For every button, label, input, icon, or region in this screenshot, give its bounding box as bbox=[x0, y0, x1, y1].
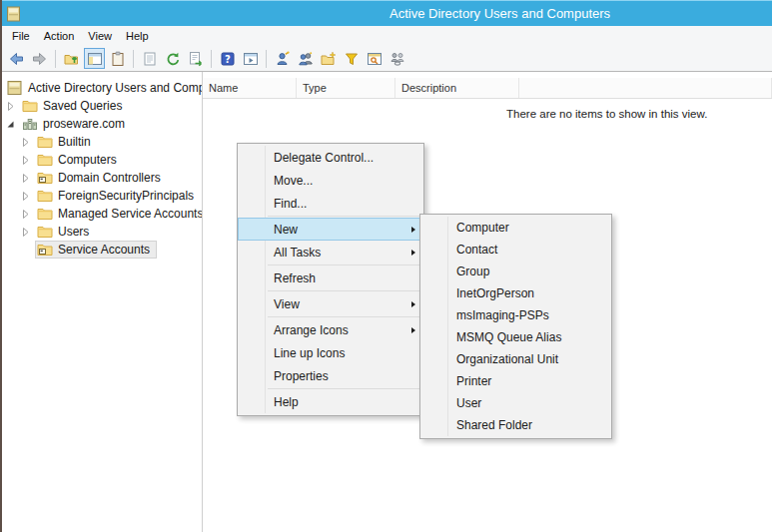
menu-separator bbox=[268, 216, 421, 217]
menu-item-move[interactable]: Move... bbox=[238, 169, 423, 192]
menu-item-view[interactable]: View bbox=[238, 292, 423, 315]
expand-arrow-collapsed-icon[interactable] bbox=[21, 210, 36, 219]
menubar-item-file[interactable]: File bbox=[5, 28, 37, 44]
new-submenu: ComputerContactGroupInetOrgPersonmsImagi… bbox=[419, 214, 612, 439]
submenu-item-shared-folder[interactable]: Shared Folder bbox=[420, 414, 611, 436]
submenu-item-computer[interactable]: Computer bbox=[420, 217, 611, 239]
submenu-item-user[interactable]: User bbox=[420, 392, 611, 414]
tree-item-label: Computers bbox=[58, 153, 119, 167]
tree-item-active-directory-users-and-computers[interactable]: Active Directory Users and Computers bbox=[0, 79, 202, 97]
show-window-icon[interactable] bbox=[240, 48, 261, 69]
up-one-level-icon[interactable] bbox=[61, 48, 82, 69]
submenu-item-contact[interactable]: Contact bbox=[420, 239, 611, 261]
menu-item-help[interactable]: Help bbox=[238, 390, 423, 413]
column-header-label: Type bbox=[303, 82, 327, 94]
tree-item-builtin[interactable]: Builtin bbox=[0, 133, 202, 151]
menu-item-label: Line up Icons bbox=[274, 346, 345, 360]
submenu-item-group[interactable]: Group bbox=[420, 261, 611, 282]
folder-icon bbox=[37, 189, 53, 203]
tree-item-label: proseware.com bbox=[43, 117, 127, 131]
column-header-description[interactable]: Description bbox=[395, 78, 519, 98]
tree-item-content: Users bbox=[36, 224, 95, 240]
expand-arrow-collapsed-icon[interactable] bbox=[6, 102, 21, 111]
menu-item-refresh[interactable]: Refresh bbox=[238, 266, 423, 289]
menu-item-all-tasks[interactable]: All Tasks bbox=[238, 241, 423, 264]
menu-item-label: Computer bbox=[456, 221, 509, 235]
tree-item-label: Service Accounts bbox=[58, 243, 152, 257]
tree-item-domain-controllers[interactable]: Domain Controllers bbox=[0, 169, 202, 187]
menu-item-label: MSMQ Queue Alias bbox=[456, 330, 561, 344]
help-icon[interactable]: ? bbox=[217, 48, 238, 69]
toolbar-separator bbox=[133, 50, 134, 68]
expand-arrow-collapsed-icon[interactable] bbox=[21, 138, 36, 147]
expand-arrow-collapsed-icon[interactable] bbox=[21, 156, 36, 165]
submenu-item-printer[interactable]: Printer bbox=[420, 370, 611, 392]
title-bar[interactable]: Active Directory Users and Computers bbox=[0, 0, 772, 26]
toolbar: ? bbox=[0, 46, 772, 72]
menu-item-label: Refresh bbox=[274, 271, 316, 285]
tree-item-content: Saved Queries bbox=[21, 98, 128, 114]
tree-item-label: Users bbox=[58, 225, 91, 239]
menu-item-line-up-icons[interactable]: Line up Icons bbox=[238, 341, 423, 364]
tree-item-label: Builtin bbox=[58, 135, 93, 149]
show-console-tree-icon[interactable] bbox=[84, 48, 105, 69]
column-header-type[interactable]: Type bbox=[297, 78, 395, 98]
submenu-item-msmq-queue-alias[interactable]: MSMQ Queue Alias bbox=[420, 326, 611, 348]
submenu-item-inetorgperson[interactable]: InetOrgPerson bbox=[420, 282, 611, 304]
expand-arrow-collapsed-icon[interactable] bbox=[21, 228, 36, 237]
menubar-item-view[interactable]: View bbox=[81, 28, 119, 44]
menu-item-label: Arrange Icons bbox=[274, 323, 349, 337]
tree-item-users[interactable]: Users bbox=[0, 223, 202, 241]
tree-item-saved-queries[interactable]: Saved Queries bbox=[0, 97, 202, 115]
expand-arrow-collapsed-icon[interactable] bbox=[21, 174, 36, 183]
menu-separator bbox=[268, 316, 421, 317]
find-icon[interactable] bbox=[364, 48, 385, 69]
tree-item-service-accounts[interactable]: Service Accounts bbox=[0, 241, 202, 259]
column-header-label: Name bbox=[209, 82, 238, 94]
tree-item-label: Domain Controllers bbox=[58, 171, 163, 185]
back-arrow-icon[interactable] bbox=[6, 48, 27, 69]
tree-item-computers[interactable]: Computers bbox=[0, 151, 202, 169]
tree-item-content: Computers bbox=[36, 152, 123, 168]
refresh-icon[interactable] bbox=[162, 48, 183, 69]
column-header-name[interactable]: Name bbox=[203, 78, 297, 98]
menu-separator bbox=[268, 388, 421, 389]
expand-arrow-expanded-icon[interactable] bbox=[6, 120, 21, 129]
menu-item-label: Group bbox=[456, 265, 489, 278]
menu-item-arrange-icons[interactable]: Arrange Icons bbox=[238, 318, 423, 341]
submenu-item-organizational-unit[interactable]: Organizational Unit bbox=[420, 348, 611, 370]
menu-item-properties[interactable]: Properties bbox=[238, 364, 423, 387]
forward-arrow-icon[interactable] bbox=[29, 48, 50, 69]
column-header-label: Description bbox=[401, 82, 456, 94]
submenu-arrow-icon bbox=[411, 250, 415, 256]
export-list-icon[interactable] bbox=[185, 48, 206, 69]
new-user-icon[interactable] bbox=[272, 48, 293, 69]
menu-item-label: Organizational Unit bbox=[456, 352, 558, 366]
new-group-icon[interactable] bbox=[295, 48, 316, 69]
menu-item-label: Properties bbox=[274, 369, 329, 383]
menu-item-delegate-control[interactable]: Delegate Control... bbox=[238, 146, 423, 169]
set-filter-icon[interactable] bbox=[341, 48, 362, 69]
menubar-item-action[interactable]: Action bbox=[37, 28, 82, 44]
tree-item-managed-service-accounts[interactable]: Managed Service Accounts bbox=[0, 205, 202, 223]
folder-icon bbox=[37, 153, 53, 167]
menu-item-label: Find... bbox=[274, 197, 307, 211]
menu-item-find[interactable]: Find... bbox=[238, 192, 423, 215]
new-organizational-unit-icon[interactable] bbox=[318, 48, 339, 69]
clipboard-icon[interactable] bbox=[107, 48, 128, 69]
tree-item-label: Managed Service Accounts bbox=[58, 207, 203, 221]
document-list-icon[interactable] bbox=[139, 48, 160, 69]
submenu-item-msimaging-psps[interactable]: msImaging-PSPs bbox=[420, 304, 611, 326]
folder-icon bbox=[37, 225, 53, 239]
menu-item-label: Shared Folder bbox=[456, 418, 532, 432]
tree-item-content: Service Accounts bbox=[36, 242, 156, 258]
tree-item-proseware-com[interactable]: proseware.com bbox=[0, 115, 202, 133]
tree-item-foreignsecurityprincipals[interactable]: ForeignSecurityPrincipals bbox=[0, 187, 202, 205]
menu-item-label: New bbox=[274, 223, 298, 237]
menubar-item-help[interactable]: Help bbox=[119, 28, 156, 44]
menu-item-label: Printer bbox=[456, 374, 491, 388]
menu-item-new[interactable]: New bbox=[238, 218, 423, 241]
tree-item-content: Builtin bbox=[36, 134, 97, 150]
linked-users-icon[interactable] bbox=[386, 48, 407, 69]
expand-arrow-collapsed-icon[interactable] bbox=[21, 192, 36, 201]
